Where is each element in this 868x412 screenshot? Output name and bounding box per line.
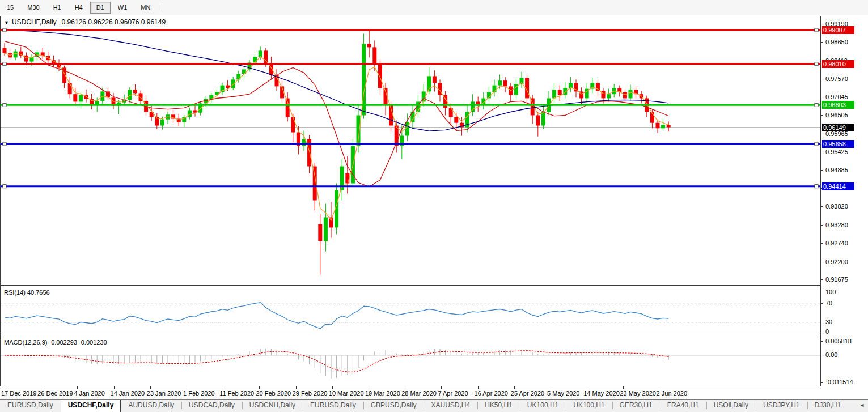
price-tick-label: 0.97570 xyxy=(825,75,848,82)
symbol-dropdown-icon[interactable]: ▼ xyxy=(4,20,9,26)
date-tick xyxy=(514,386,515,389)
horizontal-line-0.99007[interactable] xyxy=(0,28,820,32)
horizontal-line-0.96803[interactable] xyxy=(0,103,820,107)
price-tick-label: 0.91675 xyxy=(825,276,848,283)
price-axis[interactable]: 0.991900.986500.981100.975700.970450.965… xyxy=(820,16,868,386)
panel-separator[interactable] xyxy=(0,285,820,286)
macd-panel: MACD(12,26,9) -0.002293 -0.001230 xyxy=(0,337,820,386)
tab-eurusd-daily[interactable]: EURUSD,Daily xyxy=(303,400,363,412)
timeframe-button-h1[interactable]: H1 xyxy=(47,2,67,14)
axis-tick xyxy=(821,334,823,334)
chart-title: ▼USDCHF,Daily0.96126 0.96226 0.96076 0.9… xyxy=(4,18,166,26)
tab-usdcnh-daily[interactable]: USDCNH,Daily xyxy=(242,400,303,412)
tab-uk100-h1[interactable]: UK100,H1 xyxy=(520,400,566,412)
tab-ger30-h1[interactable]: GER30,H1 xyxy=(612,400,660,412)
tab-usdchf-daily[interactable]: USDCHF,Daily xyxy=(61,400,121,412)
axis-tick xyxy=(821,322,823,322)
price-tick-label: 0.92200 xyxy=(825,258,848,265)
window-border xyxy=(0,16,1,386)
line-handle xyxy=(3,185,6,188)
axis-tick xyxy=(821,382,823,383)
tab-gbpusd-daily[interactable]: GBPUSD,Daily xyxy=(363,400,424,412)
macd-tick-label: 0.00 xyxy=(825,351,837,358)
timeframe-button-mn[interactable]: MN xyxy=(134,2,156,14)
chart-symbol-label: USDCHF,Daily xyxy=(12,18,57,26)
axis-tick xyxy=(821,42,823,43)
candlestick-chart[interactable] xyxy=(0,16,820,286)
rsi-panel: RSI(14) 40.7656 xyxy=(0,287,820,335)
date-label: 19 Mar 2020 xyxy=(365,390,400,397)
macd-indicator-label: MACD(12,26,9) -0.002293 -0.001230 xyxy=(4,339,107,346)
tab-dj30-h1[interactable]: DJ30,H1 xyxy=(807,400,849,412)
tab-usdjpy-h1[interactable]: USDJPY,H1 xyxy=(756,400,807,412)
macd-tick-label: 0.005818 xyxy=(825,338,852,345)
rsi-tick-label: 100 xyxy=(825,288,836,295)
price-badge-0.94414: 0.94414 xyxy=(822,182,854,190)
horizontal-line-0.95658[interactable] xyxy=(0,142,820,146)
timeframe-button-15[interactable]: 15 xyxy=(1,2,20,14)
date-tick xyxy=(41,386,41,389)
timeframe-button-h4[interactable]: H4 xyxy=(69,2,89,14)
date-tick xyxy=(332,386,333,389)
date-label: 26 Dec 2019 xyxy=(37,390,73,397)
line-handle xyxy=(3,103,6,107)
tab-audusd-daily[interactable]: AUDUSD,Daily xyxy=(121,400,181,412)
tab-usoil-daily[interactable]: USOil,Daily xyxy=(706,400,756,412)
date-tick xyxy=(478,386,479,389)
rsi-tick-label: 70 xyxy=(825,300,832,307)
date-axis[interactable]: 17 Dec 201926 Dec 20194 Jan 202014 Jan 2… xyxy=(0,386,868,399)
date-label: 16 Apr 2020 xyxy=(475,390,508,397)
date-tick xyxy=(223,386,223,389)
ma-mid xyxy=(5,41,668,187)
date-tick xyxy=(660,386,660,389)
price-tick-label: 0.97045 xyxy=(825,94,848,100)
tab-uk100-h1[interactable]: UK100,H1 xyxy=(566,400,612,412)
mt4-window: 15M30H1H4D1W1MN ▼USDCHF,Daily0.96126 0.9… xyxy=(0,0,868,412)
tab-hk50-h1[interactable]: HK50,H1 xyxy=(477,400,520,412)
timeframe-button-d1[interactable]: D1 xyxy=(90,2,111,14)
horizontal-line-0.94414[interactable] xyxy=(0,185,820,188)
axis-tick xyxy=(821,134,823,134)
axis-tick xyxy=(821,341,823,342)
timeframe-toolbar: 15M30H1H4D1W1MN xyxy=(0,0,868,15)
rsi-tick-label: 0 xyxy=(825,328,829,335)
tab-eurusd-daily[interactable]: EURUSD,Daily xyxy=(0,400,61,412)
date-tick xyxy=(5,386,5,389)
date-tick xyxy=(405,386,405,389)
scroll-tabs-left-icon[interactable]: ◄ xyxy=(859,402,865,412)
chart-window: ▼USDCHF,Daily0.96126 0.96226 0.96076 0.9… xyxy=(0,16,868,399)
date-tick xyxy=(114,386,115,389)
axis-tick xyxy=(821,243,823,244)
axis-tick xyxy=(821,279,823,280)
rsi-indicator-label: RSI(14) 40.7656 xyxy=(4,289,50,296)
price-badge-0.98010: 0.98010 xyxy=(822,60,854,68)
rsi-chart xyxy=(0,288,820,335)
timeframe-button-m30[interactable]: M30 xyxy=(21,2,45,14)
date-tick xyxy=(150,386,151,389)
rsi-tick-label: 30 xyxy=(825,318,832,325)
line-handle xyxy=(815,62,818,66)
timeframe-button-w1[interactable]: W1 xyxy=(112,2,134,14)
price-tick-label: 0.96505 xyxy=(825,112,848,118)
tab-usdcad-daily[interactable]: USDCAD,Daily xyxy=(181,400,242,412)
date-label: 23 May 2020 xyxy=(620,390,656,397)
tab-xauusd-h4[interactable]: XAUUSD,H4 xyxy=(424,400,477,412)
date-tick xyxy=(441,386,442,389)
price-chart-panel[interactable]: ▼USDCHF,Daily0.96126 0.96226 0.96076 0.9… xyxy=(0,16,820,286)
axis-tick xyxy=(821,79,823,79)
price-tick-label: 0.93280 xyxy=(825,222,848,228)
line-handle xyxy=(815,103,818,107)
horizontal-line-0.9801[interactable] xyxy=(0,62,820,66)
date-tick xyxy=(296,386,297,389)
date-label: 25 Apr 2020 xyxy=(511,390,544,397)
axis-tick xyxy=(821,152,823,152)
chart-ohlc-values: 0.96126 0.96226 0.96076 0.96149 xyxy=(62,18,166,26)
date-label: 5 May 2020 xyxy=(547,390,579,397)
panel-separator[interactable] xyxy=(0,335,820,335)
tab-fra40-h1[interactable]: FRA40,H1 xyxy=(660,400,706,412)
axis-tick xyxy=(821,355,823,355)
axis-tick xyxy=(821,206,823,207)
price-badge-0.96803: 0.96803 xyxy=(822,101,854,109)
date-label: 1 Feb 2020 xyxy=(183,390,215,397)
date-label: 10 Mar 2020 xyxy=(329,390,364,397)
